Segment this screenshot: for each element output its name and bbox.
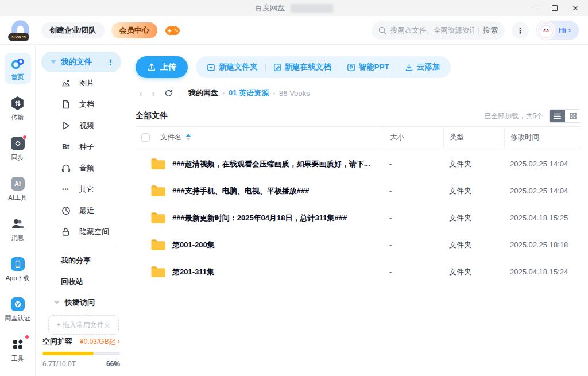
table-row[interactable]: ###超清视频，在线观看会压缩画质，如果要画质好，请下... - 文件夹 202… xyxy=(136,150,581,177)
ellipsis-icon: ••• xyxy=(61,187,71,192)
rail-label-transfer: 传输 xyxy=(11,113,24,122)
close-button[interactable]: ✕ xyxy=(565,0,586,16)
grid-view-button[interactable] xyxy=(565,110,581,122)
vertical-dots-icon: ⋮ xyxy=(516,26,524,34)
table-row[interactable]: ###支持手机、电脑、电视、平板播放### - 文件夹 2025.02.25 1… xyxy=(136,177,581,204)
rail-item-app-download[interactable]: App下载 xyxy=(5,254,31,285)
storage-progress-bar xyxy=(42,352,120,355)
column-size-label[interactable]: 大小 xyxy=(384,127,443,148)
file-name[interactable]: 第201-311集 xyxy=(172,267,214,277)
refresh-icon xyxy=(164,89,173,98)
upload-icon xyxy=(147,63,156,72)
file-size: - xyxy=(384,187,443,195)
new-folder-button[interactable]: 新建文件夹 xyxy=(199,56,265,78)
sidebar-item-torrents[interactable]: Bt 种子 xyxy=(41,136,121,157)
minimize-button[interactable]: — xyxy=(524,0,544,16)
rail-item-transfer[interactable]: 传输 xyxy=(5,93,31,125)
ppt-icon xyxy=(347,63,355,72)
search-button[interactable]: 搜索 xyxy=(483,25,498,36)
smart-ppt-button[interactable]: 智能PPT xyxy=(339,56,397,78)
sidebar-item-documents[interactable]: 文档 xyxy=(41,94,121,115)
table-row[interactable]: 第201-311集 - 文件夹 2025.04.18 15:24 xyxy=(136,258,581,285)
column-modified-label[interactable]: 修改时间 xyxy=(504,127,581,148)
file-name[interactable]: 第001-200集 xyxy=(172,240,215,250)
storage-progress-fill xyxy=(42,352,94,355)
user-account-button[interactable]: Hi › xyxy=(536,21,579,40)
sidebar-item-others[interactable]: ••• 其它 xyxy=(41,179,121,200)
cloud-add-button[interactable]: 云添加 xyxy=(397,56,448,78)
vip-center-button[interactable]: 会员中心 xyxy=(111,22,157,38)
ai-tools-icon: AI xyxy=(10,176,25,191)
section-title: 全部文件 xyxy=(136,111,484,121)
gamepad-icon xyxy=(165,25,180,36)
avatar xyxy=(537,21,555,40)
sidebar-item-quick-access[interactable]: 快捷访问 xyxy=(41,292,121,313)
file-modified: 2025.04.18 15:25 xyxy=(504,214,581,222)
rail-item-disk-cert[interactable]: 网盘认证 xyxy=(5,294,31,325)
storage-price-link[interactable]: ¥0.03/GB起 › xyxy=(80,337,120,347)
toolbar-actions-group: 新建文件夹 新建在线文档 智能PPT 云添加 xyxy=(196,56,451,78)
drag-folder-dropzone[interactable]: + 拖入常用文件夹 xyxy=(48,315,119,335)
table-row[interactable]: ###最新更新时间：2025年04月18日，总计311集### - 文件夹 20… xyxy=(136,204,581,231)
collapse-triangle-icon xyxy=(51,60,56,64)
sidebar-item-pictures[interactable]: 图片 xyxy=(41,72,121,94)
file-name[interactable]: ###超清视频，在线观看会压缩画质，如果要画质好，请下... xyxy=(172,159,370,169)
rail-label-disk-cert: 网盘认证 xyxy=(5,314,30,323)
breadcrumb-current: 86 Vooks xyxy=(279,89,310,98)
sync-icon xyxy=(10,136,25,151)
greeting-label: Hi › xyxy=(559,26,571,34)
titlebar: 百度网盘 — ✕ xyxy=(0,0,588,16)
sidebar-item-my-files[interactable]: 我的文件 ⋮ xyxy=(41,52,121,72)
rail-item-ai-tools[interactable]: AI AI工具 xyxy=(5,173,31,205)
file-name[interactable]: ###最新更新时间：2025年04月18日，总计311集### xyxy=(172,213,347,223)
storage-used-label: 6.7T/10.0T xyxy=(42,360,76,368)
sidebar-item-my-share[interactable]: 我的分享 xyxy=(41,250,121,271)
maximize-button[interactable] xyxy=(544,0,565,16)
disk-cert-icon xyxy=(10,297,25,312)
sidebar-item-audio[interactable]: 音频 xyxy=(41,157,121,179)
sidebar-label-pictures: 图片 xyxy=(79,78,94,88)
sidebar-item-recent[interactable]: 最近 xyxy=(41,200,121,221)
rail-label-tools: 工具 xyxy=(11,354,24,363)
quick-access-label: 快捷访问 xyxy=(65,297,95,308)
sidebar-item-hidden-space[interactable]: 隐藏空间 xyxy=(41,221,121,242)
file-type: 文件夹 xyxy=(443,159,504,169)
create-team-button[interactable]: 创建企业/团队 xyxy=(41,22,105,38)
more-menu-button[interactable]: ⋮ xyxy=(512,22,529,39)
document-icon xyxy=(61,100,71,109)
breadcrumb-link[interactable]: 01 英语资源 xyxy=(229,88,269,98)
cloud-add-icon xyxy=(405,63,413,72)
grid-view-icon xyxy=(570,113,577,119)
forward-button[interactable]: › xyxy=(148,88,158,98)
search-bar[interactable]: 搜索 xyxy=(372,21,505,40)
game-center-button[interactable] xyxy=(164,25,181,36)
header: SVIP5 创建企业/团队 会员中心 搜索 ⋮ Hi › xyxy=(0,16,588,45)
file-modified: 2025.02.25 14:04 xyxy=(504,160,581,168)
column-type-label[interactable]: 类型 xyxy=(443,127,504,148)
netdisk-logo[interactable]: SVIP5 xyxy=(9,20,34,41)
my-files-menu-icon[interactable]: ⋮ xyxy=(107,58,114,67)
new-online-doc-button[interactable]: 新建在线文档 xyxy=(266,56,339,78)
sidebar-item-recycle-bin[interactable]: 回收站 xyxy=(41,271,121,292)
rail-item-sync[interactable]: 同步 xyxy=(5,133,31,165)
sidebar-item-videos[interactable]: 视频 xyxy=(41,115,121,136)
quick-access-triangle-icon xyxy=(54,301,60,304)
back-button[interactable]: ‹ xyxy=(136,88,146,98)
load-status: 已全部加载，共5个 xyxy=(484,111,543,121)
rail-item-tools[interactable]: 工具 xyxy=(5,334,31,366)
refresh-button[interactable] xyxy=(164,89,173,98)
search-input[interactable] xyxy=(390,26,474,34)
folder-icon xyxy=(150,265,166,278)
select-all-checkbox[interactable] xyxy=(141,133,150,142)
upload-button[interactable]: 上传 xyxy=(136,56,188,78)
online-doc-icon xyxy=(273,63,281,72)
rail-item-home[interactable]: 首页 xyxy=(5,53,31,84)
rail-item-messages[interactable]: 消息 xyxy=(5,214,31,245)
list-view-button[interactable] xyxy=(550,110,565,122)
file-name[interactable]: ###支持手机、电脑、电视、平板播放### xyxy=(172,186,309,196)
sort-by-name-control[interactable]: 文件名 xyxy=(160,133,191,142)
left-rail: 首页 传输 同步 AI AI工具 xyxy=(0,45,36,376)
breadcrumb-root[interactable]: 我的网盘 xyxy=(188,88,218,98)
table-row[interactable]: 第001-200集 - 文件夹 2025.02.25 18:18 xyxy=(136,231,581,258)
new-folder-icon xyxy=(207,63,215,72)
